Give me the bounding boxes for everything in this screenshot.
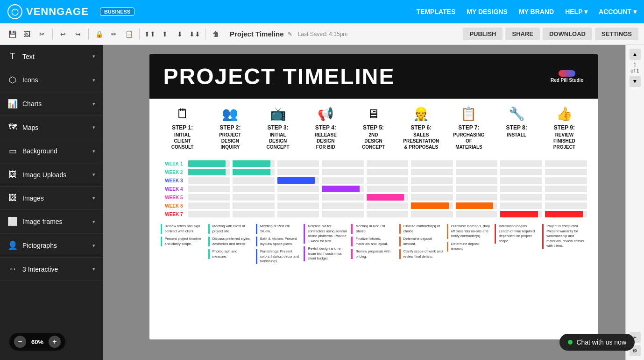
pictographs-chevron: ▾ — [92, 243, 95, 249]
week-cell-6-2 — [233, 202, 275, 209]
publish-button[interactable]: PUBLISH — [463, 28, 502, 40]
week-cell-2-4 — [322, 169, 364, 175]
chat-online-dot — [568, 340, 573, 345]
image-uploads-icon: 🖼 — [7, 170, 18, 180]
toolbar-redo-btn[interactable]: ↪ — [71, 28, 85, 41]
toolbar-move-bottom-btn[interactable]: ⬇⬇ — [188, 28, 201, 41]
note-item-1-2: Present project timeline and clarify sco… — [161, 237, 205, 246]
week-cell-3-7 — [456, 177, 498, 184]
week-cell-7-5 — [367, 211, 409, 217]
week-label-4: WEEK 4 — [159, 187, 187, 192]
chat-button[interactable]: Chat with us now — [559, 334, 635, 351]
week-row-3: WEEK 3 — [159, 177, 588, 184]
week-cell-4-8 — [500, 186, 542, 192]
toolbar-move-top-btn[interactable]: ⬆⬆ — [143, 28, 156, 41]
week-cell-3-3 — [277, 177, 319, 184]
infographic-title: PROJECT TIMELINE — [163, 64, 395, 89]
page-scroll-down[interactable]: ▼ — [630, 76, 641, 87]
step-col-3: 📺 STEP 3: InitialDesignConcept — [254, 106, 302, 150]
sidebar-item-charts[interactable]: 📊 Charts ▾ — [0, 92, 103, 116]
week-cell-5-2 — [233, 194, 275, 201]
sidebar-item-icons[interactable]: ⬡ Icons ▾ — [0, 68, 103, 92]
note-col-5: Meeting at Red Pill Studio.Finalize fixt… — [349, 224, 397, 267]
zoom-in-button[interactable]: + — [49, 336, 61, 348]
download-button[interactable]: DOWNLOAD — [543, 28, 592, 40]
brand-logo[interactable]: ◯ VENNGAGE — [7, 4, 89, 19]
week-cell-5-6 — [411, 194, 453, 201]
sidebar-item-images[interactable]: 🖼 Images ▾ — [0, 187, 103, 210]
week-cell-2-2 — [233, 169, 275, 175]
icons-chevron: ▾ — [92, 77, 95, 83]
sidebar-item-background[interactable]: ▭ Background ▾ — [0, 139, 103, 163]
nav-account[interactable]: ACCOUNT — [599, 8, 637, 15]
week-row-6: WEEK 6 — [159, 202, 588, 209]
sidebar-maps-label: Maps — [22, 124, 88, 131]
sidebar: T Text ▾ ⬡ Icons ▾ 📊 Charts ▾ 🗺 Maps ▾ ▭… — [0, 45, 103, 360]
step-col-5: 🖥 STEP 5: 2ndDesignConcept — [349, 106, 397, 150]
note-item-2-1: Meeting with client at project site. — [208, 224, 252, 234]
step-4-name: ReleaseDesignFor Bid — [315, 132, 337, 150]
note-item-4-2: Revisit design and re-issue bid if costs… — [304, 246, 347, 261]
toolbar-edit-btn[interactable]: ✏ — [107, 28, 120, 41]
canvas-area[interactable]: PROJECT TIMELINE Red Pill Studio 🗒 STEP … — [103, 45, 644, 360]
week-cell-4-5 — [367, 186, 409, 192]
step-2-name: ProjectDesignInquiry — [219, 132, 241, 150]
step-col-8: 🔧 STEP 8: Install — [493, 106, 540, 150]
sidebar-item-interactive[interactable]: ↔ 3 Interactive ▾ — [0, 258, 103, 281]
nav-templates[interactable]: TEMPLATES — [417, 8, 456, 15]
nav-mybrand[interactable]: MY BRAND — [519, 8, 554, 15]
toolbar-move-up-btn[interactable]: ⬆ — [158, 28, 171, 41]
image-frames-icon: ⬜ — [7, 216, 18, 227]
week-cell-4-1 — [188, 186, 230, 192]
week-cell-6-4 — [322, 202, 364, 209]
sidebar-background-label: Background — [22, 147, 88, 155]
sidebar-images-label: Images — [22, 194, 88, 202]
steps-section: 🗒 STEP 1: InitialClientConsult 👥 STEP 2:… — [149, 99, 598, 160]
note-item-5-3: Review proposals with pricing. — [351, 249, 395, 259]
week-label-1: WEEK 1 — [159, 161, 187, 166]
step-9-num: STEP 9: — [554, 124, 575, 131]
week-cell-2-1 — [188, 169, 230, 175]
toolbar-move-down-btn[interactable]: ⬇ — [173, 28, 186, 41]
week-cell-6-8 — [500, 202, 542, 209]
week-label-6: WEEK 6 — [159, 203, 187, 209]
nav-help[interactable]: HELP — [565, 8, 587, 15]
week-label-3: WEEK 3 — [159, 178, 187, 183]
toolbar-delete-btn[interactable]: 🗑 — [209, 28, 222, 41]
note-col-3: Meeting at Red Pill Studio.Bath & kitche… — [254, 224, 302, 267]
toolbar-undo-btn[interactable]: ↩ — [57, 28, 70, 41]
page-scroll-up[interactable]: ▲ — [630, 49, 641, 60]
nav-mydesigns[interactable]: MY DESIGNS — [467, 8, 508, 15]
sidebar-item-image-uploads[interactable]: 🖼 Image Uploads ▾ — [0, 163, 103, 187]
sidebar-item-pictographs[interactable]: 👤 Pictographs ▾ — [0, 234, 103, 258]
pictographs-icon: 👤 — [7, 240, 18, 251]
sidebar-icons-label: Icons — [22, 76, 88, 84]
share-button[interactable]: SHARE — [505, 28, 540, 40]
week-cell-4-9 — [545, 186, 587, 192]
page-number: 1 of 1 — [630, 62, 639, 74]
toolbar-lock-btn[interactable]: 🔒 — [92, 28, 106, 41]
images-icon: 🖼 — [7, 193, 18, 203]
note-item-5-1: Meeting at Red Pill Studio. — [351, 224, 395, 234]
toolbar-save-btn[interactable]: 💾 — [6, 28, 19, 41]
sidebar-item-image-frames[interactable]: ⬜ Image frames ▾ — [0, 210, 103, 234]
step-3-num: STEP 3: — [267, 124, 288, 131]
settings-button[interactable]: SETTINGS — [595, 28, 638, 40]
doc-title-edit-icon[interactable]: ✎ — [288, 31, 292, 37]
zoom-out-button[interactable]: − — [14, 336, 26, 348]
step-2-icon: 👥 — [222, 106, 238, 122]
background-icon: ▭ — [7, 146, 18, 156]
week-cell-7-9 — [545, 211, 587, 217]
week-cell-2-6 — [411, 169, 453, 175]
sidebar-item-maps[interactable]: 🗺 Maps ▾ — [0, 116, 103, 139]
week-cell-7-2 — [233, 211, 275, 217]
text-chevron: ▾ — [92, 53, 95, 59]
logo-pill — [559, 70, 575, 77]
sidebar-item-text[interactable]: T Text ▾ — [0, 45, 103, 68]
week-cell-4-2 — [233, 186, 275, 192]
toolbar-copy-btn[interactable]: 📋 — [122, 28, 135, 41]
toolbar-img-btn[interactable]: 🖼 — [21, 28, 34, 41]
week-cell-7-3 — [277, 211, 319, 217]
toolbar-crop-btn[interactable]: ✂ — [35, 28, 49, 41]
note-item-2-3: Photograph and measure. — [208, 249, 252, 259]
